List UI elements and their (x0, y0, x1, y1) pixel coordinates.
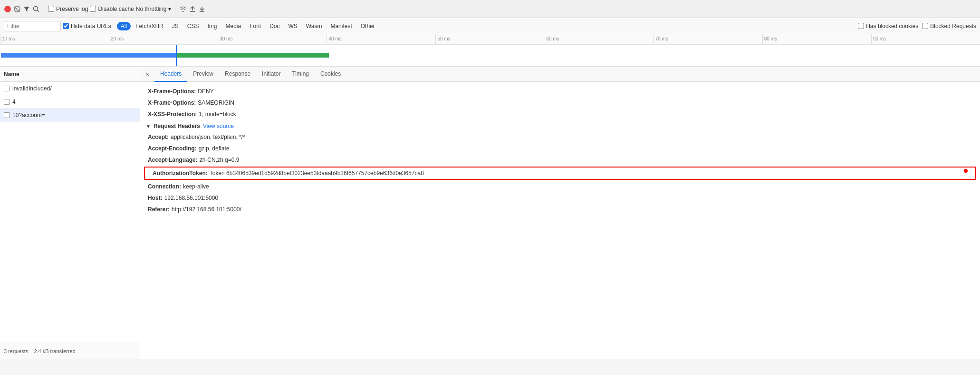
bar-blue (1, 53, 177, 58)
svg-line-1 (38, 10, 39, 12)
header-name: AuthorizationToken: (153, 169, 208, 178)
search-icon[interactable] (32, 5, 40, 13)
request-item[interactable]: invalidIncluded/ (0, 82, 140, 95)
name-header-label: Name (4, 71, 19, 78)
header-value: http://192.168.56.101:5000/ (172, 205, 241, 214)
preserve-log-label: Preserve log (56, 6, 88, 12)
detail-tabs-row: × HeadersPreviewResponseInitiatorTimingC… (140, 67, 980, 82)
filter-tab-doc[interactable]: Doc (266, 22, 283, 30)
request-header-row: Referer:http://192.168.56.101:5000/ (140, 204, 980, 215)
filter-right-options: Has blocked cookies Blocked Requests (858, 23, 976, 30)
response-header-row: X-Frame-Options:SAMEORIGIN (140, 97, 980, 109)
hide-data-urls-label[interactable]: Hide data URLs (63, 23, 111, 30)
ruler-tick: 20 ms (109, 34, 218, 44)
filter-tab-all[interactable]: All (117, 22, 131, 30)
request-header-row: Accept-Language:zh-CN,zh;q=0.9 (140, 154, 980, 166)
header-value: Token 6b3406539ed1d592d8bef3023ee53fdaaa… (210, 169, 424, 178)
request-headers-section-header: ▼ Request Headers View source (140, 120, 980, 131)
timeline-bars (0, 45, 980, 67)
header-value: zh-CN,zh;q=0.9 (200, 156, 240, 164)
ruler-tick: 60 ms (545, 34, 653, 44)
timeline-area: 10 ms20 ms30 ms40 ms50 ms60 ms70 ms80 ms… (0, 34, 980, 67)
headers-content: X-Frame-Options:DENYX-Frame-Options:SAME… (140, 82, 980, 359)
request-name: 4 (12, 99, 16, 105)
section-triangle-icon: ▼ (146, 124, 151, 129)
toolbar-separator-1 (44, 4, 44, 14)
filter-input[interactable] (4, 21, 61, 31)
header-value: DENY (198, 87, 213, 96)
request-section-label: Request Headers (154, 123, 200, 129)
blocked-requests-checkbox[interactable] (922, 23, 928, 29)
request-item[interactable]: 10?account= (0, 109, 140, 122)
request-name: 10?account= (12, 112, 45, 118)
header-value: 192.168.56.101:5000 (164, 194, 218, 202)
tab-headers[interactable]: Headers (154, 67, 187, 82)
requests-count: 3 requests (4, 348, 28, 354)
filter-tab-manifest[interactable]: Manifest (327, 22, 355, 30)
download-icon[interactable] (198, 5, 206, 13)
response-header-row: X-XSS-Protection:1; mode=block (140, 109, 980, 120)
left-footer: 3 requests 2.4 kB transferred (0, 343, 140, 359)
timeline-ruler: 10 ms20 ms30 ms40 ms50 ms60 ms70 ms80 ms… (0, 34, 980, 45)
filter-type-tabs: AllFetch/XHRJSCSSImgMediaFontDocWSWasmMa… (117, 22, 379, 30)
record-button[interactable] (4, 5, 11, 13)
header-name: Referer: (148, 205, 170, 214)
hide-data-urls-checkbox[interactable] (63, 23, 69, 29)
tab-response[interactable]: Response (219, 67, 256, 82)
header-name: X-Frame-Options: (148, 87, 196, 96)
filter-tab-ws[interactable]: WS (285, 22, 301, 30)
filter-tab-img[interactable]: Img (203, 22, 221, 30)
filter-tab-js[interactable]: JS (168, 22, 183, 30)
main-area: Name invalidIncluded/410?account= 3 requ… (0, 67, 980, 359)
throttle-dropdown[interactable]: No throttling ▾ (136, 6, 172, 12)
preserve-log-checkbox-label[interactable]: Preserve log (48, 6, 88, 12)
request-checkbox (4, 112, 10, 118)
upload-icon[interactable] (189, 5, 196, 13)
view-source-link[interactable]: View source (203, 123, 234, 129)
blocked-requests-text: Blocked Requests (930, 23, 976, 30)
transferred-size: 2.4 kB transferred (34, 348, 75, 354)
tab-cookies[interactable]: Cookies (315, 67, 346, 82)
filter-tab-css[interactable]: CSS (183, 22, 203, 30)
ruler-tick: 70 ms (653, 34, 762, 44)
disable-cache-checkbox-label[interactable]: Disable cache (90, 6, 134, 12)
ruler-tick: 40 ms (327, 34, 435, 44)
header-name: X-XSS-Protection: (148, 110, 197, 118)
request-item[interactable]: 4 (0, 95, 140, 109)
request-header-row: Connection:keep-alive (140, 181, 980, 192)
preserve-log-checkbox[interactable] (48, 6, 54, 12)
filter-tab-font[interactable]: Font (246, 22, 265, 30)
header-name: Accept: (148, 133, 169, 141)
disable-cache-checkbox[interactable] (90, 6, 96, 12)
has-blocked-cookies-checkbox[interactable] (858, 23, 864, 29)
filter-tab-other[interactable]: Other (357, 22, 379, 30)
tab-preview[interactable]: Preview (187, 67, 219, 82)
filter-bar: Hide data URLs AllFetch/XHRJSCSSImgMedia… (0, 18, 980, 34)
filter-tab-wasm[interactable]: Wasm (302, 22, 326, 30)
request-list: invalidIncluded/410?account= (0, 82, 140, 343)
header-value: keep-alive (183, 182, 209, 191)
filter-tab-media[interactable]: Media (221, 22, 245, 30)
clear-button[interactable] (13, 5, 21, 13)
filter-tab-fetch/xhr[interactable]: Fetch/XHR (132, 22, 167, 30)
timeline-cursor (176, 45, 177, 67)
blocked-requests-label[interactable]: Blocked Requests (922, 23, 976, 30)
devtools-toolbar: Preserve log Disable cache No throttling… (0, 0, 980, 18)
has-blocked-cookies-label[interactable]: Has blocked cookies (858, 23, 918, 30)
svg-point-0 (34, 6, 38, 10)
wifi-icon[interactable] (179, 5, 187, 13)
hide-data-urls-text: Hide data URLs (71, 23, 111, 30)
header-name: Connection: (148, 182, 181, 191)
bar-green (177, 53, 329, 58)
tab-initiator[interactable]: Initiator (256, 67, 286, 82)
ruler-tick: 50 ms (435, 34, 544, 44)
close-panel-button[interactable]: × (142, 69, 153, 79)
tab-timing[interactable]: Timing (286, 67, 315, 82)
header-name: Host: (148, 194, 163, 202)
filter-icon[interactable] (23, 5, 30, 13)
response-header-row: X-Frame-Options:DENY (140, 86, 980, 97)
ruler-tick: 90 ms (871, 34, 980, 44)
header-value: gzip, deflate (199, 144, 230, 153)
header-name: Accept-Language: (148, 156, 198, 164)
authorization-header-row: AuthorizationToken:Token 6b3406539ed1d59… (144, 167, 976, 180)
